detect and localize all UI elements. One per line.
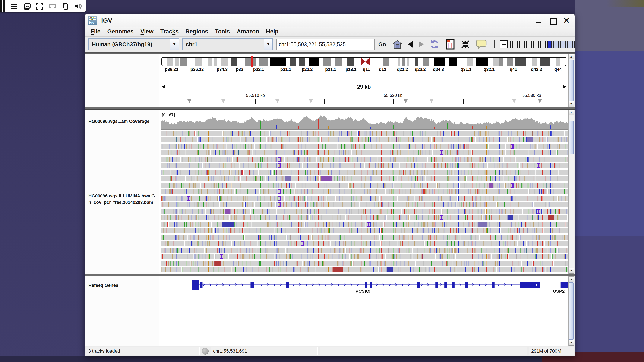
menu-tools[interactable]: Tools (212, 27, 234, 36)
cytoband[interactable] (532, 58, 537, 66)
cytoband[interactable] (270, 58, 286, 66)
cytoband[interactable] (162, 58, 167, 66)
scrollbar-thumb[interactable] (569, 121, 574, 154)
menu-genomes[interactable]: Genomes (104, 27, 137, 36)
cytoband[interactable] (298, 58, 305, 66)
gene-name-label[interactable]: USP2 (553, 289, 565, 294)
cytoband[interactable] (212, 58, 214, 66)
cytoband[interactable] (335, 58, 343, 66)
menu-tracks[interactable]: Tracks (157, 27, 182, 36)
cytoband[interactable] (319, 58, 324, 66)
scroll-down-icon[interactable]: ▼ (568, 340, 574, 346)
scroll-down-icon[interactable]: ▼ (568, 101, 574, 107)
cytoband[interactable] (208, 58, 212, 66)
cytoband[interactable] (466, 58, 473, 66)
cytoband[interactable] (537, 58, 540, 66)
chromosome-select[interactable]: chr1 ▼ (182, 38, 273, 50)
scrollbar-thumb[interactable] (569, 60, 574, 101)
zoom-out-icon[interactable] (500, 40, 508, 48)
cytoband[interactable] (231, 58, 237, 66)
cytoband[interactable] (560, 58, 566, 66)
close-button[interactable]: ✕ (563, 17, 570, 24)
cytoband[interactable] (331, 58, 335, 66)
roi-triangle-icon[interactable] (221, 99, 226, 103)
menu-file[interactable]: File (87, 27, 104, 36)
cytoband[interactable] (256, 58, 260, 66)
refresh-button[interactable] (429, 39, 440, 50)
gene-track-label[interactable]: Refseq Genes (86, 283, 118, 288)
cytoband[interactable] (308, 58, 319, 66)
chromosome-panel-scrollbar[interactable]: ▲ ▼ (568, 54, 574, 107)
roi-triangle-icon[interactable] (275, 99, 280, 103)
cytoband[interactable] (503, 58, 507, 66)
cytoband[interactable] (202, 58, 208, 66)
cytoband[interactable] (259, 58, 268, 66)
clipboard-icon[interactable] (62, 2, 69, 10)
define-region-button[interactable] (446, 39, 455, 50)
cytoband[interactable] (398, 58, 400, 66)
cytoband[interactable] (221, 58, 228, 66)
coverage-track-label[interactable]: HG00096.wgs...am Coverage (86, 119, 150, 124)
cytoband[interactable] (383, 58, 388, 66)
cytoband[interactable] (540, 58, 550, 66)
minimize-button[interactable] (536, 17, 542, 24)
screenshot-icon[interactable] (23, 2, 31, 10)
cytoband[interactable] (237, 58, 245, 66)
cytoband[interactable] (476, 58, 488, 66)
cytoband[interactable] (290, 58, 296, 66)
cytoband[interactable] (354, 58, 361, 66)
panel-divider[interactable] (85, 274, 574, 276)
cytoband[interactable] (361, 58, 370, 66)
fullscreen-icon[interactable] (36, 2, 44, 10)
cytoband[interactable] (445, 58, 449, 66)
tooltip-popup-button[interactable] (476, 39, 487, 49)
cytoband[interactable] (245, 58, 256, 66)
cytoband[interactable] (513, 58, 516, 66)
chevron-down-icon[interactable]: ▼ (170, 39, 178, 50)
cytoband[interactable] (449, 58, 457, 66)
cytoband[interactable] (422, 58, 429, 66)
scroll-up-icon[interactable]: ▲ (568, 110, 574, 115)
cytoband[interactable] (196, 58, 202, 66)
cytoband[interactable] (407, 58, 409, 66)
cytoband[interactable] (499, 58, 503, 66)
alignment-track-label[interactable]: HG00096.wgs.ILLUMINA.bwa.G h_cov_pcr_fre… (86, 193, 155, 205)
cytoband[interactable] (370, 58, 384, 66)
cytoband[interactable] (214, 58, 216, 66)
roi-triangle-icon[interactable] (512, 99, 516, 103)
chevron-down-icon[interactable]: ▼ (264, 39, 272, 50)
roi-triangle-icon[interactable] (404, 99, 408, 103)
cytoband[interactable] (305, 58, 309, 66)
genome-select[interactable]: Human (GRCh37/hg19) ▼ (88, 38, 179, 50)
cytoband[interactable] (296, 58, 299, 66)
home-button[interactable] (392, 39, 402, 49)
cytoband[interactable] (415, 58, 418, 66)
zoom-ticks[interactable] (510, 41, 548, 47)
back-button[interactable] (408, 41, 413, 48)
alignment-panel-scrollbar[interactable]: ▲ ▼ (568, 110, 574, 274)
roi-triangle-icon[interactable] (430, 99, 434, 103)
cytoband[interactable] (187, 58, 196, 66)
cytoband[interactable] (216, 58, 221, 66)
cytoband[interactable] (507, 58, 513, 66)
cytoband[interactable] (180, 58, 188, 66)
ruler-ticks[interactable] (162, 99, 566, 105)
locus-input[interactable] (276, 39, 374, 50)
panel-divider[interactable] (85, 107, 574, 110)
scrollbar-thumb[interactable] (569, 282, 574, 340)
cytoband[interactable] (342, 58, 347, 66)
cytoband[interactable] (418, 58, 422, 66)
go-button[interactable]: Go (378, 41, 386, 48)
keyboard-icon[interactable] (49, 2, 56, 10)
cytoband[interactable] (457, 58, 467, 66)
cytoband[interactable] (473, 58, 476, 66)
drag-handle-icon[interactable] (0, 0, 5, 12)
gene-panel-scrollbar[interactable]: ▲ ▼ (568, 276, 574, 346)
menu-amazon[interactable]: Amazon (234, 27, 263, 36)
roi-triangle-icon[interactable] (187, 99, 192, 103)
zoom-slider[interactable] (500, 40, 574, 48)
audio-icon[interactable] (74, 2, 82, 10)
cytoband[interactable] (493, 58, 499, 66)
alignment-track-canvas[interactable] (160, 130, 568, 273)
chromosome-ideogram[interactable] (162, 57, 566, 66)
